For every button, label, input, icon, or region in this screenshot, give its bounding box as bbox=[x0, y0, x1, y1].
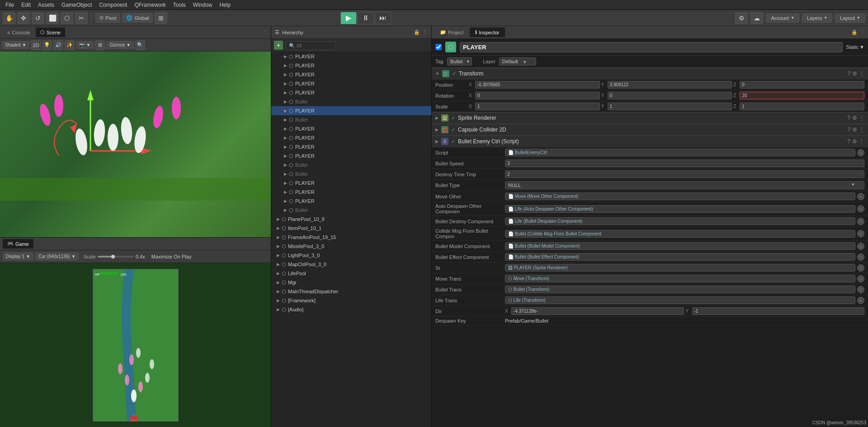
hierarchy-item-12[interactable]: ▶⬡Bullet bbox=[271, 160, 431, 169]
sprite-renderer-header[interactable]: ▶ 🖼 ✓ Sprite Renderer ? ⚙ ⋮ bbox=[432, 112, 868, 124]
hierarchy-item-24[interactable]: ▶⬡LifePool bbox=[271, 269, 431, 278]
hierarchy-item-21[interactable]: ▶⬡MissilePool_3_0 bbox=[271, 242, 431, 251]
bullet-ctrl-help[interactable]: ? bbox=[847, 138, 850, 145]
step-button[interactable]: ⏭ bbox=[375, 12, 391, 24]
ref-field-4[interactable]: 📄 Move (Move Other Component) bbox=[505, 192, 855, 200]
menu-file[interactable]: File bbox=[2, 1, 18, 9]
tag-dropdown[interactable]: Bullet ▼ bbox=[447, 57, 472, 66]
sprite-renderer-settings[interactable]: ⚙ bbox=[852, 115, 857, 121]
capsule-collider-settings[interactable]: ⚙ bbox=[852, 127, 857, 133]
hand-tool-btn[interactable]: ✋ bbox=[3, 12, 15, 24]
scene-camera-dropdown[interactable]: 📷 ▼ bbox=[76, 41, 94, 49]
resolution-dropdown[interactable]: Cur (640x1136) ▼ bbox=[35, 253, 79, 260]
hierarchy-item-23[interactable]: ▶⬡MapCtrlPool_3_0 bbox=[271, 260, 431, 269]
hierarchy-item-26[interactable]: ▶⬡MainThreadDispatcher bbox=[271, 287, 431, 296]
hierarchy-item-14[interactable]: ▶⬡PLAYER bbox=[271, 178, 431, 188]
number-field-2[interactable] bbox=[505, 170, 864, 178]
inspector-tab[interactable]: ℹ Inspector bbox=[470, 28, 505, 37]
hierarchy-item-17[interactable]: ▶⬡Bullet bbox=[271, 206, 431, 215]
menu-assets[interactable]: Assets bbox=[34, 1, 58, 9]
inspector-more-icon[interactable]: ⋮ bbox=[860, 29, 865, 35]
scale-x-input[interactable] bbox=[475, 103, 600, 110]
ref-field-11[interactable]: ⬡ Move (Transform) bbox=[505, 275, 855, 282]
ref-circle-10[interactable]: ○ bbox=[857, 264, 864, 272]
collab-icon[interactable]: ⚙ bbox=[735, 12, 748, 24]
rotation-x-input[interactable] bbox=[475, 92, 600, 99]
hierarchy-lock-icon[interactable]: 🔒 bbox=[414, 29, 420, 35]
ref-field-8[interactable]: 📄 Bullet (Bullet Model Component) bbox=[505, 242, 855, 250]
play-button[interactable]: ▶ bbox=[340, 12, 357, 24]
ref-field-12[interactable]: ⬡ Bullet (Transform) bbox=[505, 286, 855, 293]
scale-y-input[interactable] bbox=[608, 103, 732, 110]
bullet-ctrl-menu[interactable]: ⋮ bbox=[859, 138, 864, 145]
ref-circle-4[interactable]: ○ bbox=[857, 193, 864, 200]
hierarchy-item-5[interactable]: ▶⬡Bullet bbox=[271, 97, 431, 106]
grid-btn[interactable]: ⊞ bbox=[155, 12, 167, 24]
hierarchy-item-22[interactable]: ▶⬡LightPool_3_0 bbox=[271, 251, 431, 260]
rotation-z-input[interactable] bbox=[740, 92, 864, 99]
menu-tools[interactable]: Tools bbox=[170, 1, 189, 9]
ref-field-7[interactable]: 📄 Bullet (Collide Msg From Bullet Compon… bbox=[505, 230, 855, 238]
ref-field-10[interactable]: 🖼 PLAYER (Sprite Renderer) bbox=[505, 264, 855, 272]
xy-y-input-14[interactable] bbox=[692, 307, 865, 315]
shading-mode-dropdown[interactable]: Shaded ▼ bbox=[2, 41, 29, 49]
menu-edit[interactable]: Edit bbox=[18, 1, 34, 9]
ref-field-13[interactable]: ⬡ Life (Transform) bbox=[505, 296, 855, 304]
static-toggle[interactable]: Static ▼ bbox=[846, 44, 864, 50]
hierarchy-item-1[interactable]: ▶⬡PLAYER bbox=[271, 61, 431, 70]
transform-settings-icon[interactable]: ⚙ bbox=[852, 70, 857, 77]
position-z-input[interactable] bbox=[740, 81, 864, 89]
ref-circle-6[interactable]: ○ bbox=[857, 218, 864, 225]
scene-viewport[interactable] bbox=[0, 52, 271, 237]
pivot-dropdown[interactable]: ⊙ Pivot bbox=[95, 13, 120, 23]
ref-field-6[interactable]: 📄 Life (Bullet Despawn Component) bbox=[505, 217, 855, 225]
ref-circle-9[interactable]: ○ bbox=[857, 253, 864, 261]
scene-lighting-btn[interactable]: 💡 bbox=[42, 40, 52, 50]
menu-window[interactable]: Window bbox=[189, 1, 216, 9]
hierarchy-item-20[interactable]: ▶⬡FrameAniPool_19_15 bbox=[271, 233, 431, 242]
hierarchy-add-btn[interactable]: + bbox=[274, 41, 283, 50]
hierarchy-item-16[interactable]: ▶⬡PLAYER bbox=[271, 197, 431, 206]
dropdown-field-3[interactable]: NULL ▼ bbox=[505, 181, 864, 189]
2d-mode-btn[interactable]: 2D bbox=[31, 40, 41, 50]
sprite-renderer-menu[interactable]: ⋮ bbox=[859, 115, 864, 121]
hierarchy-item-19[interactable]: ▶⬡ItemPool_10_1 bbox=[271, 224, 431, 233]
capsule-collider-header[interactable]: ▶ ⭕ ✓ Capsule Collider 2D ? ⚙ ⋮ bbox=[432, 124, 868, 136]
transform-help-icon[interactable]: ? bbox=[847, 70, 850, 77]
hierarchy-item-9[interactable]: ▶⬡PLAYER bbox=[271, 133, 431, 142]
hierarchy-search-input[interactable] bbox=[297, 43, 333, 48]
rotate-tool-btn[interactable]: ↺ bbox=[32, 12, 44, 24]
inspector-lock-icon[interactable]: 🔒 bbox=[851, 29, 858, 35]
scene-fx-btn[interactable]: ✨ bbox=[65, 40, 75, 50]
ref-field-9[interactable]: 📄 Bullet (Bullet Effect Component) bbox=[505, 253, 855, 261]
hierarchy-item-25[interactable]: ▶⬡Mgr bbox=[271, 278, 431, 287]
pause-button[interactable]: ⏸ bbox=[358, 12, 374, 24]
ref-circle-5[interactable]: ○ bbox=[857, 205, 864, 212]
scene-grid-btn[interactable]: ⊞ bbox=[95, 40, 105, 50]
layer-dropdown[interactable]: Default ▼ bbox=[499, 57, 536, 66]
capsule-collider-check[interactable]: ✓ bbox=[451, 127, 455, 133]
ref-circle-12[interactable]: ○ bbox=[857, 286, 864, 293]
hierarchy-item-28[interactable]: ▶⬡[Audio] bbox=[271, 305, 431, 314]
hierarchy-more-icon[interactable]: ⋮ bbox=[423, 29, 428, 35]
display-dropdown[interactable]: Display 1 ▼ bbox=[3, 253, 33, 260]
game-tab[interactable]: 🎮 Game bbox=[3, 239, 33, 249]
menu-gameobject[interactable]: GameObject bbox=[58, 1, 95, 9]
gizmos-dropdown[interactable]: Gizmos ▼ bbox=[106, 41, 134, 49]
ref-circle-13[interactable]: ○ bbox=[857, 297, 864, 304]
hierarchy-item-8[interactable]: ▶⬡PLAYER bbox=[271, 124, 431, 133]
hierarchy-item-2[interactable]: ▶⬡PLAYER bbox=[271, 70, 431, 79]
capsule-collider-help[interactable]: ? bbox=[847, 127, 850, 133]
ref-field-5[interactable]: 📄 Life (Auto Despawn Other Component) bbox=[505, 205, 855, 213]
hierarchy-search-box[interactable]: 🔍 bbox=[286, 41, 336, 50]
hierarchy-item-4[interactable]: ▶⬡PLAYER bbox=[271, 88, 431, 97]
game-viewport[interactable]: HP 100 bbox=[0, 263, 271, 427]
console-tab[interactable]: ≡ Console bbox=[3, 28, 35, 37]
global-dropdown[interactable]: 🌐 Global bbox=[122, 13, 153, 23]
hierarchy-item-11[interactable]: ▶⬡PLAYER bbox=[271, 151, 431, 160]
bullet-ctrl-settings[interactable]: ⚙ bbox=[852, 138, 857, 145]
hierarchy-item-6[interactable]: ▶⬡PLAYER bbox=[271, 106, 431, 115]
hierarchy-item-7[interactable]: ▶⬡Bullet bbox=[271, 115, 431, 124]
xy-x-input-14[interactable] bbox=[511, 307, 684, 315]
object-name-input[interactable] bbox=[460, 42, 843, 52]
